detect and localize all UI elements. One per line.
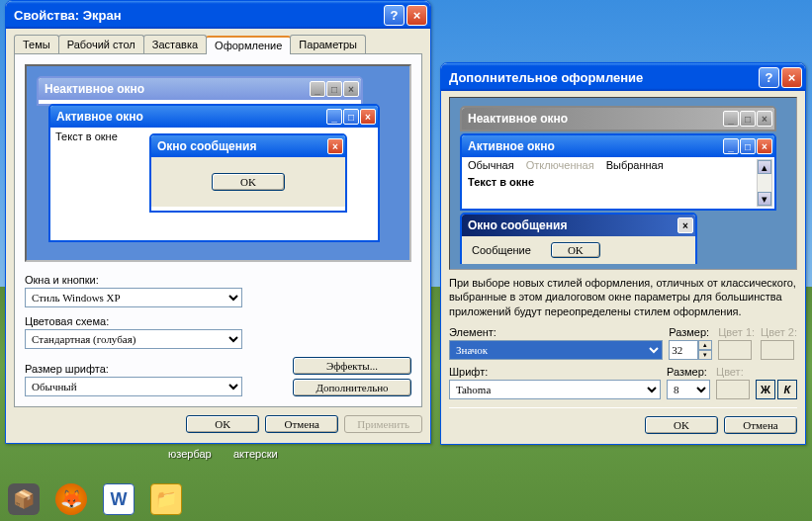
font-select[interactable]: Tahoma [449, 380, 661, 399]
display-properties-window: Свойства: Экран ? × Темы Рабочий стол За… [5, 0, 431, 444]
close-icon: × [343, 81, 359, 97]
advanced-button[interactable]: Дополнительно [293, 379, 411, 396]
preview-inactive-window: Неактивное окно _ □ × [37, 76, 363, 106]
folder-label[interactable]: актерски [233, 448, 278, 460]
preview-text: Текст в окне [468, 176, 534, 188]
titlebar[interactable]: Свойства: Экран ? × [6, 1, 430, 29]
preview-inactive-titlebar: Неактивное окно _ □ × [462, 108, 774, 130]
close-icon: × [677, 217, 693, 233]
folder-icon[interactable]: 📁 [150, 483, 182, 515]
scroll-down-icon: ▾ [758, 192, 771, 206]
fcolor-button [716, 380, 750, 399]
color2-label: Цвет 2: [761, 326, 797, 338]
preview-ok-button: OK [212, 173, 285, 191]
spin-up-icon[interactable]: ▴ [698, 340, 712, 350]
preview-msgbox-title: Окно сообщения [468, 218, 677, 232]
italic-toggle[interactable]: К [777, 380, 797, 399]
preview-active-label: Активное окно [56, 110, 325, 124]
preview-active-window: Активное окно _ □ × Обычная Отключенная … [460, 133, 776, 211]
menu-disabled: Отключенная [526, 159, 594, 171]
tab-themes[interactable]: Темы [14, 35, 59, 53]
window-title: Свойства: Экран [14, 8, 384, 23]
preview-msgbox: Окно сообщения × Сообщение OK [460, 213, 697, 264]
preview-inactive-label: Неактивное окно [468, 112, 722, 126]
close-button[interactable]: × [781, 67, 802, 88]
color2-button [761, 340, 794, 360]
advanced-appearance-window: Дополнительное оформление ? × Неактивное… [440, 62, 806, 445]
max-icon: □ [740, 138, 756, 154]
preview-inactive-label: Неактивное окно [45, 82, 309, 96]
bold-toggle[interactable]: Ж [756, 380, 775, 399]
preview-menubar: Обычная Отключенная Выбранная [462, 157, 774, 173]
ok-button[interactable]: OK [186, 415, 259, 433]
cancel-button[interactable]: Отмена [724, 416, 797, 434]
preview-active-label: Активное окно [468, 139, 722, 153]
windows-buttons-label: Окна и кнопки: [25, 274, 411, 286]
appearance-preview: Неактивное окно _ □ × Активное окно _ □ … [25, 64, 411, 262]
spin-down-icon[interactable]: ▾ [698, 350, 712, 360]
close-icon: × [327, 138, 343, 154]
titlebar[interactable]: Дополнительное оформление ? × [441, 63, 805, 91]
preview-active-window: Активное окно _ □ × Текст в окне Окно со… [48, 104, 380, 242]
style-select[interactable]: Стиль Windows XP [25, 288, 242, 307]
folder-label[interactable]: юзербар [168, 448, 212, 460]
tabs: Темы Рабочий стол Заставка Оформление Па… [14, 35, 422, 54]
preview-active-titlebar: Активное окно _ □ × [50, 106, 378, 128]
dialog-buttons: OK Отмена Применить [14, 407, 422, 435]
max-icon: □ [740, 111, 756, 127]
min-icon: _ [723, 138, 739, 154]
help-button[interactable]: ? [384, 5, 405, 26]
preview-msgbox-titlebar: Окно сообщения × [151, 135, 345, 157]
fsize-select[interactable]: 8 [667, 380, 710, 399]
tab-desktop[interactable]: Рабочий стол [58, 35, 144, 53]
close-button[interactable]: × [406, 5, 427, 26]
firefox-icon[interactable]: 🦊 [55, 483, 87, 515]
min-icon: _ [310, 81, 325, 97]
preview-active-titlebar: Активное окно _ □ × [462, 135, 774, 157]
scrollbar: ▴ ▾ [757, 159, 772, 207]
advanced-preview: Неактивное окно _ □ × Активное окно _ □ … [449, 97, 797, 270]
color1-label: Цвет 1: [718, 326, 755, 338]
preview-msgbox: Окно сообщения × OK [149, 133, 347, 213]
max-icon: □ [343, 109, 359, 125]
color-scheme-select[interactable]: Стандартная (голубая) [25, 329, 242, 349]
window-title: Дополнительное оформление [449, 70, 759, 85]
fcolor-label: Цвет: [716, 366, 750, 378]
max-icon: □ [326, 81, 342, 97]
taskbar-icons: 📦 🦊 W 📁 [8, 483, 182, 515]
size-spinner[interactable] [669, 340, 698, 360]
help-button[interactable]: ? [759, 67, 779, 88]
cancel-button[interactable]: Отмена [265, 415, 338, 433]
font-size-select[interactable]: Обычный [25, 377, 242, 396]
preview-inactive-titlebar: Неактивное окно _ □ × [39, 78, 361, 100]
preview-msgbox-text: Сообщение [472, 244, 531, 256]
close-icon: × [360, 109, 376, 125]
word-icon[interactable]: W [103, 483, 135, 515]
element-label: Элемент: [449, 326, 663, 338]
tab-settings[interactable]: Параметры [290, 35, 366, 53]
window-body: Неактивное окно _ □ × Активное окно _ □ … [441, 91, 805, 444]
menu-selected: Выбранная [606, 159, 664, 171]
scroll-up-icon: ▴ [758, 160, 771, 174]
tab-screensaver[interactable]: Заставка [143, 35, 207, 53]
color-scheme-label: Цветовая схема: [25, 315, 411, 327]
effects-button[interactable]: Эффекты... [293, 357, 411, 375]
preview-msgbox-titlebar: Окно сообщения × [462, 215, 695, 236]
font-size-label: Размер шрифта: [25, 363, 285, 375]
preview-text: Текст в окне [55, 130, 118, 142]
info-text: При выборе новых стилей оформления, отли… [449, 276, 797, 318]
close-icon: × [757, 138, 772, 154]
preview-inactive-window: Неактивное окно _ □ × [460, 106, 776, 131]
min-icon: _ [723, 111, 739, 127]
preview-ok-button: OK [551, 242, 600, 258]
tab-panel: Неактивное окно _ □ × Активное окно _ □ … [14, 54, 422, 407]
element-select[interactable]: Значок [449, 340, 663, 360]
close-icon: × [757, 111, 772, 127]
window-body: Темы Рабочий стол Заставка Оформление Па… [6, 29, 430, 443]
ok-button[interactable]: OK [645, 416, 718, 434]
menu-normal: Обычная [468, 159, 514, 171]
app-icon[interactable]: 📦 [8, 483, 40, 515]
apply-button[interactable]: Применить [344, 415, 422, 433]
size-label: Размер: [669, 326, 712, 338]
tab-appearance[interactable]: Оформление [206, 36, 291, 54]
